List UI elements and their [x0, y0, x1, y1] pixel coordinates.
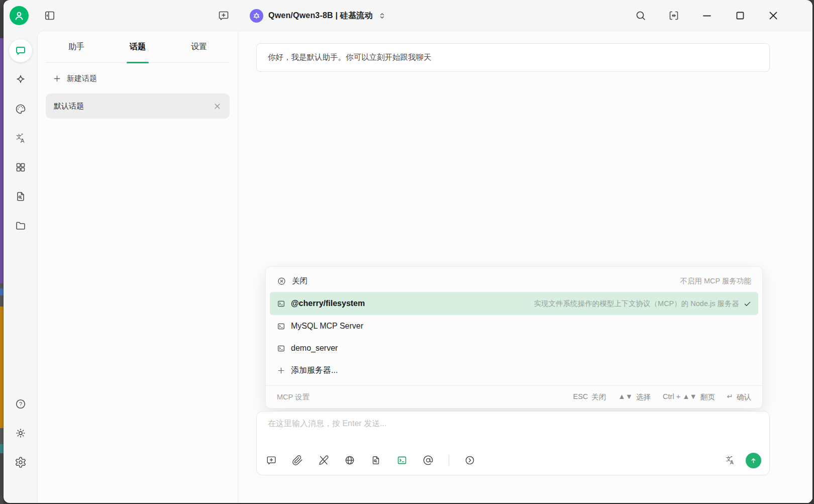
mcp-settings-link[interactable]: MCP 设置	[277, 392, 310, 402]
collapse-toolbar-button[interactable]	[464, 455, 475, 466]
rail-item-knowledge[interactable]	[9, 185, 32, 208]
rail-item-chat[interactable]	[9, 39, 32, 62]
topics-panel: 助手 话题 设置	[38, 31, 238, 503]
chevron-circle-right-icon	[464, 455, 475, 466]
message-composer: 文 A	[256, 411, 770, 475]
message-plus-icon	[218, 10, 230, 22]
content-area: 文 A	[4, 31, 812, 503]
mcp-shortcut-hints: ESC 关闭 ▲▼ 选择 Ctrl + ▲▼ 翻页	[573, 392, 751, 402]
strip-segment	[0, 288, 4, 295]
plus-icon	[53, 74, 61, 83]
rail-item-agents[interactable]	[9, 68, 32, 91]
rail-item-settings[interactable]	[9, 451, 32, 474]
rail-item-files[interactable]	[9, 214, 32, 237]
mcp-close-row[interactable]: 关闭 不启用 MCP 服务功能	[266, 270, 762, 292]
close-icon	[767, 10, 779, 22]
assistant-greeting: 你好，我是默认助手。你可以立刻开始跟我聊天	[256, 43, 770, 72]
maximize-button[interactable]	[733, 9, 747, 23]
shortcut-action: 翻页	[700, 392, 715, 402]
strip-segment	[0, 444, 4, 453]
composer-right-actions: 文 A	[725, 453, 761, 468]
thinking-off-button[interactable]	[318, 455, 329, 466]
tab-topics[interactable]: 话题	[107, 31, 168, 62]
mcp-server-row[interactable]: MySQL MCP Server	[266, 315, 762, 337]
minimize-button[interactable]	[700, 9, 714, 23]
topic-item[interactable]: 默认话题	[46, 93, 230, 119]
shortcut-hint: ▲▼ 选择	[618, 392, 651, 402]
mcp-server-name: demo_server	[291, 344, 338, 353]
new-topic-button-composer[interactable]	[266, 455, 277, 466]
panel-left-icon	[44, 10, 56, 22]
rail-item-theme[interactable]	[9, 422, 32, 445]
terminal-icon	[277, 344, 285, 353]
at-sign-icon	[423, 455, 434, 466]
rail-item-help[interactable]: ?	[9, 392, 32, 416]
mcp-server-row[interactable]: demo_server	[266, 337, 762, 359]
mcp-close-label: 关闭	[292, 276, 308, 286]
terminal-icon	[277, 322, 285, 331]
grid-icon	[15, 161, 27, 173]
shortcut-keys: ESC	[573, 392, 588, 402]
file-search-icon	[370, 455, 381, 466]
attach-file-button[interactable]	[292, 455, 303, 466]
arrow-up-icon	[749, 456, 758, 465]
globe-icon	[344, 455, 355, 466]
maximize-icon	[734, 10, 746, 22]
tab-label: 设置	[191, 42, 207, 52]
mcp-close-hint: 不启用 MCP 服务功能	[680, 276, 751, 286]
strip-segment	[0, 0, 4, 38]
mcp-server-row[interactable]: @cherry/filesystem 实现文件系统操作的模型上下文协议（MCP）…	[270, 292, 758, 315]
translate-button[interactable]: 文 A	[725, 455, 736, 466]
shortcut-keys: Ctrl + ▲▼	[663, 392, 697, 402]
user-avatar[interactable]	[10, 6, 29, 25]
tab-label: 话题	[130, 42, 146, 52]
toolbar-divider	[449, 455, 449, 465]
new-topic-button[interactable]	[217, 9, 231, 23]
svg-text:A: A	[730, 460, 734, 465]
mcp-server-name: MySQL MCP Server	[291, 322, 363, 331]
mcp-add-server-row[interactable]: 添加服务器...	[266, 359, 762, 381]
chevron-up-down-icon	[378, 12, 386, 20]
add-server-label: 添加服务器...	[291, 365, 338, 376]
folder-icon	[15, 220, 27, 232]
plus-icon	[277, 366, 285, 375]
expand-horizontal-icon	[668, 10, 680, 22]
new-topic-row[interactable]: 新建话题	[53, 74, 238, 83]
tab-assistants[interactable]: 助手	[46, 31, 107, 62]
send-button[interactable]	[746, 453, 761, 468]
rail-item-paintings[interactable]	[9, 97, 32, 121]
circle-x-icon	[277, 276, 286, 286]
active-tab-indicator	[127, 62, 149, 63]
close-window-button[interactable]	[766, 9, 780, 23]
search-button[interactable]	[634, 9, 648, 23]
rail-item-translate[interactable]: 文 A	[9, 127, 32, 150]
tab-label: 助手	[68, 42, 84, 52]
translate-icon: 文 A	[15, 132, 27, 144]
fit-window-button[interactable]	[667, 9, 681, 23]
message-input[interactable]	[268, 419, 758, 441]
mcp-servers-button[interactable]	[396, 455, 408, 466]
translate-icon: 文 A	[725, 455, 736, 466]
topic-name: 默认话题	[54, 102, 84, 111]
qwen-logo-icon	[250, 9, 263, 23]
chat-bubble-icon	[15, 45, 27, 57]
web-search-button[interactable]	[344, 455, 355, 466]
knowledge-base-button[interactable]	[370, 455, 381, 466]
mention-button[interactable]	[423, 455, 434, 466]
svg-text:?: ?	[19, 401, 22, 407]
rail-item-apps[interactable]	[9, 156, 32, 179]
chat-main: 你好，我是默认助手。你可以立刻开始跟我聊天 关闭 不启用 MCP 服务功能	[238, 31, 812, 503]
svg-text:A: A	[21, 138, 25, 144]
collapse-sidebar-button[interactable]	[43, 9, 57, 23]
shortcut-keys: ↵	[727, 392, 733, 402]
sparkle-icon	[15, 74, 27, 86]
tabs-wrap: 助手 话题 设置	[38, 31, 238, 63]
terminal-icon-active	[396, 455, 408, 466]
close-topic-button[interactable]	[213, 102, 222, 111]
greeting-text: 你好，我是默认助手。你可以立刻开始跟我聊天	[268, 52, 432, 63]
panel-tabs: 助手 话题 设置	[46, 31, 230, 63]
model-selector[interactable]: Qwen/Qwen3-8B | 硅基流动	[250, 0, 386, 31]
window-controls	[634, 0, 780, 31]
tab-settings[interactable]: 设置	[168, 31, 230, 62]
message-plus-icon	[266, 455, 277, 466]
